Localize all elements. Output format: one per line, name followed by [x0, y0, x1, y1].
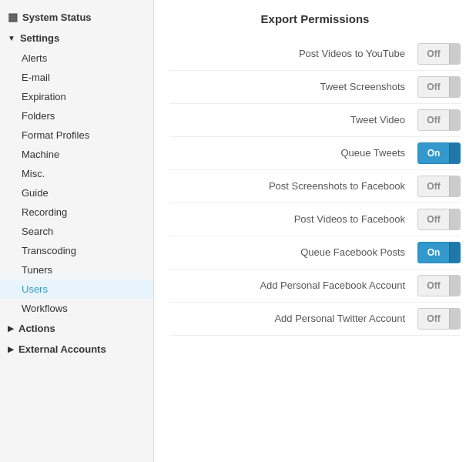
toggle-handle-1	[449, 76, 460, 98]
toggle-label-4: Off	[418, 181, 449, 192]
toggle-label-8: Off	[418, 313, 449, 324]
actions-label: Actions	[18, 323, 55, 334]
permission-row-5: Post Videos to FacebookOff	[169, 203, 461, 236]
sidebar-item-transcoding[interactable]: Transcoding	[0, 241, 153, 260]
permission-row-0: Post Videos to YouTubeOff	[169, 38, 461, 71]
toggle-label-7: Off	[418, 280, 449, 291]
permission-label-4: Post Screenshots to Facebook	[169, 180, 417, 193]
settings-sub-items: AlertsE-mailExpirationFoldersFormat Prof…	[0, 49, 153, 318]
sidebar-item-format-profiles[interactable]: Format Profiles	[0, 126, 153, 145]
sidebar: ▩ System Status ▼ Settings AlertsE-mailE…	[0, 0, 154, 462]
permission-label-8: Add Personal Twitter Account	[169, 313, 417, 326]
sidebar-item-guide[interactable]: Guide	[0, 183, 153, 203]
toggle-label-2: Off	[418, 115, 449, 126]
toggle-label-5: Off	[418, 214, 449, 225]
permission-row-6: Queue Facebook PostsOn	[169, 236, 461, 270]
bar-chart-icon: ▩	[8, 11, 18, 23]
sidebar-item-recording[interactable]: Recording	[0, 203, 153, 222]
toggle-label-0: Off	[418, 49, 449, 59]
permission-row-7: Add Personal Facebook AccountOff	[169, 270, 461, 303]
sidebar-item-users[interactable]: Users	[0, 280, 153, 299]
toggle-handle-0	[449, 43, 460, 65]
sidebar-item-system-status[interactable]: ▩ System Status	[0, 6, 153, 28]
permission-label-6: Queue Facebook Posts	[169, 246, 417, 259]
sidebar-item-workflows[interactable]: Workflows	[0, 299, 153, 318]
toggle-label-6: On	[418, 247, 449, 258]
toggle-button-1[interactable]: Off	[417, 76, 461, 98]
toggle-button-6[interactable]: On	[417, 242, 461, 263]
toggle-button-8[interactable]: Off	[417, 308, 461, 330]
permission-label-3: Queue Tweets	[169, 147, 417, 160]
arrow-down-icon: ▼	[8, 34, 15, 42]
system-status-label: System Status	[22, 12, 92, 23]
toggle-button-5[interactable]: Off	[417, 209, 461, 230]
sidebar-item-external-accounts[interactable]: ▶ External Accounts	[0, 339, 153, 360]
sidebar-item-actions[interactable]: ▶ Actions	[0, 318, 153, 339]
toggle-handle-3	[449, 142, 460, 164]
toggle-button-7[interactable]: Off	[417, 275, 461, 296]
sidebar-item-misc.[interactable]: Misc.	[0, 164, 153, 183]
permission-label-5: Post Videos to Facebook	[169, 213, 417, 226]
arrow-right-icon-2: ▶	[8, 345, 14, 353]
permission-row-3: Queue TweetsOn	[169, 137, 461, 170]
sidebar-item-expiration[interactable]: Expiration	[0, 87, 153, 106]
arrow-right-icon: ▶	[8, 324, 14, 333]
sidebar-item-alerts[interactable]: Alerts	[0, 49, 153, 68]
permission-row-1: Tweet ScreenshotsOff	[169, 71, 461, 104]
permission-label-7: Add Personal Facebook Account	[169, 280, 417, 293]
permission-label-0: Post Videos to YouTube	[169, 48, 417, 61]
toggle-handle-4	[449, 176, 460, 197]
permissions-list: Post Videos to YouTubeOffTweet Screensho…	[169, 38, 461, 336]
toggle-label-3: On	[418, 148, 449, 159]
toggle-button-0[interactable]: Off	[417, 43, 461, 65]
toggle-button-4[interactable]: Off	[417, 176, 461, 197]
sidebar-item-search[interactable]: Search	[0, 222, 153, 241]
toggle-button-2[interactable]: Off	[417, 109, 461, 131]
sidebar-item-tuners[interactable]: Tuners	[0, 260, 153, 280]
permission-row-2: Tweet VideoOff	[169, 104, 461, 137]
permission-row-4: Post Screenshots to FacebookOff	[169, 170, 461, 203]
toggle-handle-2	[449, 109, 460, 131]
toggle-handle-8	[449, 308, 460, 330]
toggle-handle-6	[449, 242, 460, 263]
permission-label-2: Tweet Video	[169, 114, 417, 127]
toggle-button-3[interactable]: On	[417, 142, 461, 164]
toggle-handle-5	[449, 209, 460, 230]
sidebar-item-e-mail[interactable]: E-mail	[0, 68, 153, 87]
settings-label: Settings	[20, 32, 59, 44]
sidebar-item-folders[interactable]: Folders	[0, 106, 153, 126]
sidebar-item-machine[interactable]: Machine	[0, 145, 153, 164]
permission-row-8: Add Personal Twitter AccountOff	[169, 303, 461, 336]
page-title: Export Permissions	[169, 12, 461, 25]
toggle-handle-7	[449, 275, 460, 296]
toggle-label-1: Off	[418, 82, 449, 92]
external-accounts-label: External Accounts	[18, 343, 106, 355]
sidebar-item-settings[interactable]: ▼ Settings	[0, 28, 153, 49]
permission-label-1: Tweet Screenshots	[169, 81, 417, 94]
main-content: Export Permissions Post Videos to YouTub…	[154, 0, 476, 462]
